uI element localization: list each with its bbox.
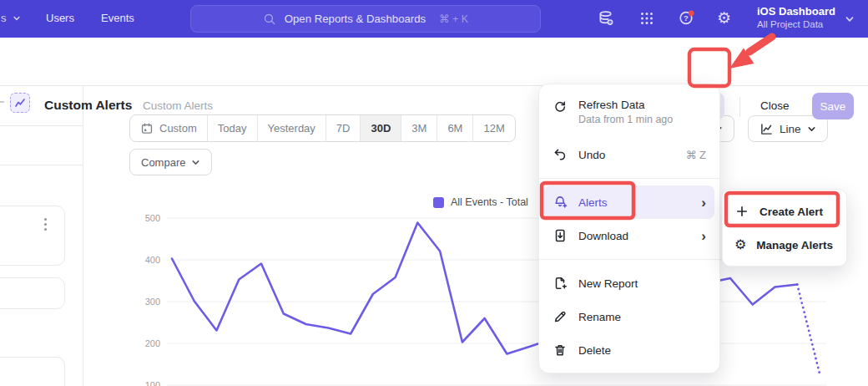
data-management-button[interactable]	[598, 10, 614, 27]
chevron-down-icon	[845, 14, 855, 24]
menu-item-download[interactable]: Download ›	[539, 219, 719, 252]
alerts-submenu: Create Alert ⚙ Manage Alerts	[722, 189, 847, 267]
report-type-icon	[10, 93, 30, 113]
bell-plus-icon	[553, 195, 568, 210]
menu-item-new-report[interactable]: New Report	[539, 267, 719, 300]
svg-text:?: ?	[684, 13, 689, 23]
menu-item-alerts[interactable]: Alerts ›	[544, 185, 714, 219]
gear-icon: ⚙	[734, 237, 746, 252]
top-nav: s Users Events Open Reports & Dashboards…	[0, 0, 868, 38]
chevron-right-icon: ›	[701, 229, 706, 243]
sidebar-row-divider	[0, 165, 83, 165]
search-input[interactable]: Open Reports & Dashboards ⌘ + K	[190, 5, 541, 33]
menu-item-refresh-data[interactable]: Refresh Data Data from 1 min ago	[539, 91, 719, 138]
undo-icon	[553, 147, 568, 162]
menu-item-label: Download	[578, 230, 628, 242]
download-icon	[553, 228, 568, 243]
new-report-icon	[553, 276, 568, 291]
refresh-icon	[553, 99, 568, 114]
apps-button[interactable]	[638, 10, 655, 30]
menu-item-shortcut: ⌘ Z	[685, 149, 706, 161]
chevron-down-icon	[13, 14, 21, 23]
sidebar-card[interactable]	[0, 357, 65, 386]
svg-text:500: 500	[145, 213, 160, 223]
menu-item-label: Rename	[578, 311, 621, 323]
menu-item-label: Alerts	[578, 196, 608, 209]
compare-button[interactable]: Compare	[129, 149, 212, 175]
legend-label: All Events - Total	[451, 196, 528, 208]
notification-badge	[689, 10, 694, 16]
sidebar-card[interactable]	[0, 206, 65, 266]
range-custom[interactable]: Custom	[130, 115, 207, 141]
nav-item-users[interactable]: Users	[46, 12, 74, 24]
help-button[interactable]: ?	[678, 9, 695, 27]
plus-icon	[734, 204, 749, 219]
chevron-down-icon	[191, 158, 200, 167]
submenu-item-create-alert[interactable]: Create Alert	[723, 195, 846, 228]
mini-line-chart-icon	[14, 97, 26, 109]
database-icon	[598, 10, 614, 27]
date-range-control: Custom Today Yesterday 7D 30D 3M 6M 12M	[129, 114, 516, 142]
menu-item-undo[interactable]: Undo ⌘ Z	[539, 138, 719, 171]
close-button[interactable]: Close	[760, 99, 790, 112]
save-button[interactable]: Save	[812, 93, 854, 119]
range-30d-selected[interactable]: 30D	[360, 115, 401, 141]
breadcrumb: Custom Alerts	[143, 99, 213, 112]
range-yesterday[interactable]: Yesterday	[257, 115, 326, 141]
range-today[interactable]: Today	[207, 115, 257, 141]
menu-item-delete[interactable]: Delete	[539, 333, 719, 367]
menu-item-rename[interactable]: Rename	[539, 300, 719, 333]
sidebar-card[interactable]	[0, 277, 65, 309]
chart-type-button[interactable]: Line	[748, 115, 828, 142]
chart-legend: All Events - Total	[433, 196, 528, 208]
menu-item-label: New Report	[578, 277, 638, 290]
line-chart-icon	[760, 122, 774, 136]
sidebar-row-divider	[0, 125, 83, 126]
range-7d[interactable]: 7D	[326, 115, 361, 141]
menu-divider	[539, 259, 719, 260]
menu-item-label: Refresh Data	[578, 99, 673, 111]
report-header: Custom Alerts Custom Alerts GV Duplicate…	[0, 38, 868, 86]
search-placeholder: Open Reports & Dashboards	[285, 13, 426, 25]
svg-text:200: 200	[145, 338, 160, 348]
calendar-icon	[140, 122, 154, 135]
sidebar-divider	[83, 86, 83, 386]
range-6m[interactable]: 6M	[437, 115, 472, 141]
apps-grid-icon	[638, 10, 655, 27]
app-window: 100200300400500 All Events - Total Custo…	[0, 0, 868, 386]
project-title: iOS Dashboard	[757, 5, 840, 18]
range-12m[interactable]: 12M	[472, 115, 514, 141]
menu-item-sublabel: Data from 1 min ago	[578, 114, 673, 125]
collapsed-edge-fragment	[0, 101, 4, 103]
svg-text:400: 400	[145, 255, 160, 265]
svg-text:300: 300	[145, 297, 160, 307]
gear-icon: ⚙	[717, 8, 731, 27]
submenu-item-label: Create Alert	[760, 206, 823, 218]
page-title: Custom Alerts	[44, 98, 132, 113]
chevron-down-icon	[807, 124, 816, 134]
submenu-item-label: Manage Alerts	[756, 239, 833, 251]
project-subtitle: All Project Data	[757, 18, 840, 31]
trash-icon	[553, 343, 568, 358]
help-icon: ?	[678, 9, 695, 27]
header-divider	[739, 97, 740, 117]
menu-item-label: Undo	[578, 149, 605, 161]
legend-swatch	[433, 197, 444, 208]
search-shortcut: ⌘ + K	[439, 13, 468, 25]
chevron-right-icon: ›	[701, 196, 706, 210]
project-selector[interactable]: iOS Dashboard All Project Data	[757, 5, 840, 31]
nav-truncated-item[interactable]: s	[1, 12, 21, 24]
kebab-menu-icon[interactable]	[44, 218, 47, 231]
menu-divider	[539, 178, 719, 179]
search-icon	[263, 13, 276, 26]
submenu-item-manage-alerts[interactable]: ⚙ Manage Alerts	[723, 228, 846, 262]
pencil-icon	[553, 309, 568, 324]
more-dropdown-menu: Refresh Data Data from 1 min ago Undo ⌘ …	[538, 84, 720, 373]
nav-item-events[interactable]: Events	[101, 12, 134, 24]
settings-button[interactable]: ⚙	[717, 10, 731, 26]
menu-item-label: Delete	[578, 344, 611, 357]
range-3m[interactable]: 3M	[401, 115, 437, 141]
svg-text:100: 100	[145, 380, 160, 386]
